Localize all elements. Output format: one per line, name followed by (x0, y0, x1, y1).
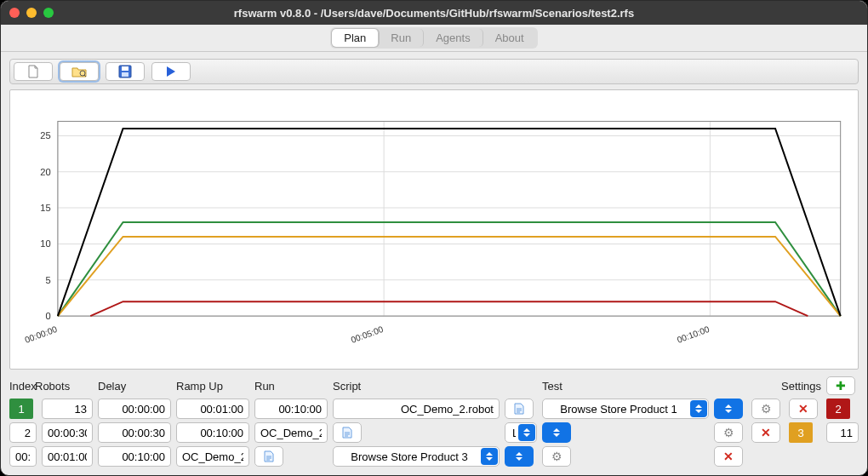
tab-run[interactable]: Run (379, 29, 424, 47)
titlebar: rfswarm v0.8.0 - /Users/dave/Documents/G… (1, 1, 867, 25)
run-input[interactable] (254, 399, 328, 419)
rampup-input[interactable] (98, 422, 171, 443)
svg-text:20: 20 (40, 167, 50, 177)
chevron-updown-icon (725, 404, 732, 413)
toolbar (9, 59, 859, 84)
delay-input[interactable] (9, 446, 37, 467)
play-button[interactable] (151, 62, 191, 81)
robots-input[interactable] (9, 422, 37, 443)
tabbar: Plan Run Agents About (1, 25, 867, 52)
script-icon (512, 402, 526, 416)
test-select[interactable] (542, 399, 709, 419)
close-icon: ✕ (723, 450, 734, 463)
window-controls (9, 8, 54, 18)
window-title: rfswarm v0.8.0 - /Users/dave/Documents/G… (1, 7, 867, 20)
row-settings-button[interactable]: ⚙︎ (542, 446, 571, 467)
tab-about[interactable]: About (483, 29, 536, 47)
col-delay: Delay (98, 380, 171, 393)
svg-rect-22 (58, 121, 841, 316)
script-input[interactable] (176, 446, 249, 467)
run-input[interactable] (98, 446, 171, 467)
test-dropdown-toggle[interactable] (542, 422, 571, 443)
delete-row-button[interactable]: ✕ (789, 399, 818, 419)
col-run: Run (254, 380, 328, 393)
chevron-updown-icon (516, 452, 523, 461)
close-icon[interactable] (9, 8, 20, 18)
test-select[interactable] (333, 446, 500, 467)
delete-row-button[interactable]: ✕ (751, 422, 780, 443)
save-button[interactable] (106, 62, 145, 81)
row-index: 1 (9, 399, 33, 419)
script-icon (340, 426, 354, 439)
svg-text:00:05:00: 00:05:00 (350, 324, 385, 345)
svg-text:0: 0 (46, 311, 51, 321)
minimize-icon[interactable] (26, 8, 37, 18)
delete-row-button[interactable]: ✕ (714, 446, 743, 467)
play-icon (166, 66, 176, 77)
tab-agents[interactable]: Agents (424, 29, 483, 47)
svg-rect-3 (122, 72, 128, 77)
gear-icon: ⚙︎ (761, 402, 772, 416)
tab-plan[interactable]: Plan (332, 29, 379, 47)
svg-text:00:10:00: 00:10:00 (676, 324, 711, 345)
col-settings: Settings (751, 380, 821, 393)
svg-text:5: 5 (46, 275, 51, 285)
delay-input[interactable] (42, 422, 93, 443)
col-rampup: Ramp Up (176, 380, 249, 393)
rampup-input[interactable] (42, 446, 93, 467)
plan-grid: Index Robots Delay Ramp Up Run Script Te… (9, 376, 859, 467)
col-index: Index (9, 380, 37, 393)
chevron-updown-icon[interactable] (518, 424, 535, 441)
save-icon (118, 65, 132, 78)
app-window: rfswarm v0.8.0 - /Users/dave/Documents/G… (0, 0, 868, 476)
row-index: 3 (789, 422, 813, 443)
run-input[interactable] (176, 422, 249, 443)
gear-icon: ⚙︎ (723, 426, 734, 439)
plan-panel: 051015202500:00:0000:05:0000:10:00 Index… (1, 52, 867, 475)
tab-group: Plan Run Agents About (330, 27, 537, 49)
new-file-icon (27, 65, 39, 78)
open-button[interactable] (60, 62, 99, 81)
col-test: Test (542, 380, 709, 393)
chevron-updown-icon[interactable] (481, 448, 498, 465)
browse-script-button[interactable] (254, 446, 283, 467)
col-script: Script (333, 380, 500, 393)
chevron-updown-icon (553, 428, 560, 437)
chevron-updown-icon[interactable] (690, 400, 707, 417)
row-settings-button[interactable]: ⚙︎ (751, 399, 780, 419)
script-icon (262, 450, 276, 463)
delay-input[interactable] (98, 399, 171, 419)
script-input[interactable] (333, 399, 500, 419)
svg-rect-2 (122, 66, 128, 71)
browse-script-button[interactable] (505, 399, 534, 419)
row-index: 2 (826, 399, 850, 419)
plus-icon: ✚ (836, 379, 846, 393)
test-dropdown-toggle[interactable] (714, 399, 743, 419)
close-icon: ✕ (798, 402, 808, 416)
robots-input[interactable] (42, 399, 93, 419)
svg-text:10: 10 (40, 239, 50, 249)
gear-icon: ⚙︎ (551, 450, 562, 463)
row-settings-button[interactable]: ⚙︎ (714, 422, 743, 443)
close-icon: ✕ (761, 426, 771, 439)
zoom-icon[interactable] (43, 8, 54, 18)
col-robots: Robots (35, 380, 93, 393)
add-row-button[interactable]: ✚ (826, 376, 855, 395)
script-input[interactable] (254, 422, 328, 443)
plan-chart: 051015202500:00:0000:05:0000:10:00 (9, 89, 859, 370)
new-button[interactable] (14, 62, 53, 81)
rampup-input[interactable] (176, 399, 249, 419)
open-file-icon (71, 66, 87, 77)
browse-script-button[interactable] (333, 422, 362, 443)
test-dropdown-toggle[interactable] (505, 446, 534, 467)
svg-text:00:00:00: 00:00:00 (24, 324, 59, 345)
robots-input[interactable] (826, 422, 859, 443)
svg-text:15: 15 (40, 203, 50, 213)
svg-text:25: 25 (40, 130, 50, 141)
